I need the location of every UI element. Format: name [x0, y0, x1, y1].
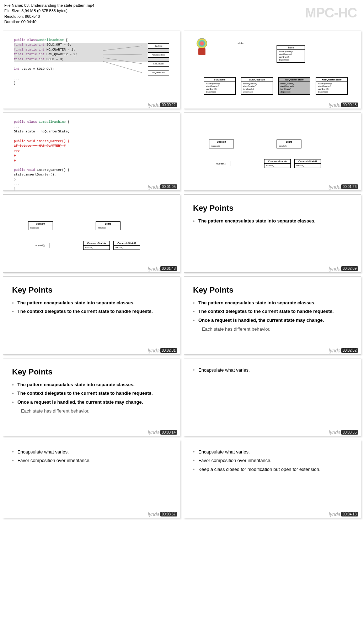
uml-child: SoldOutStateinsertQuarter()ejectQuarter(… — [241, 77, 273, 95]
point-item: Favor composition over inheritance. — [193, 458, 352, 464]
thumbnail[interactable]: public class GumballMachine { ... State … — [3, 112, 180, 191]
uml-request: request() — [211, 161, 230, 166]
thumbnail[interactable]: Contextrequest()Statehandle()request()Co… — [184, 112, 361, 191]
brand-logo: lynda — [148, 512, 160, 517]
thumbnail-grid: public classGumballMachine { final stati… — [0, 28, 364, 521]
brand-logo: lynda — [329, 102, 341, 108]
uml-child: SoldStateinsertQuarter()ejectQuarter()tu… — [204, 77, 236, 95]
brand-logo: lynda — [329, 266, 341, 272]
thumb-footer: lynda 00:01:48 — [148, 266, 177, 272]
side-label: SoldOutState — [148, 61, 169, 67]
player-watermark: MPC-HC — [305, 5, 357, 21]
key-points-slide: Encapsulate what varies.Favor compositio… — [3, 440, 180, 476]
brand-logo: lynda — [148, 348, 160, 353]
thumb-footer: lynda 00:02:09 — [329, 266, 358, 272]
thumb-footer: lynda 00:03:14 — [148, 430, 177, 435]
side-label: NoQuarterState — [148, 70, 169, 75]
slide-title: Key Points — [12, 367, 171, 377]
timestamp: 00:01:48 — [160, 266, 177, 271]
thumbnail[interactable]: Key PointsThe pattern encapsulates state… — [3, 276, 180, 355]
timestamp: 00:03:14 — [160, 430, 177, 435]
brand-logo: lynda — [329, 184, 341, 190]
state-label: state — [237, 42, 243, 45]
point-item: The pattern encapsulates state into sepa… — [193, 218, 352, 224]
brand-logo: lynda — [329, 430, 341, 435]
thumbnail[interactable]: Contextrequest()Statehandle()request()Co… — [3, 194, 180, 273]
thumb-footer: lynda 00:03:57 — [148, 512, 177, 517]
thumb-footer: lynda 00:02:52 — [329, 348, 358, 353]
key-points-slide: Key PointsThe pattern encapsulates state… — [3, 277, 180, 327]
uml-child: HasQuarterStateinsertQuarter()ejectQuart… — [316, 77, 348, 95]
timestamp: 00:03:35 — [341, 430, 358, 435]
slide-title: Key Points — [193, 285, 352, 295]
points-list: Encapsulate what varies. — [193, 367, 352, 373]
code-block: public class GumballMachine { ... State … — [3, 113, 180, 191]
thumbnail[interactable]: Encapsulate what varies.Favor compositio… — [184, 440, 361, 518]
uml-csa: ConcreteStateAhandle() — [83, 241, 110, 250]
point-item: The context delegates to the current sta… — [12, 309, 171, 315]
point-item: Favor composition over inheritance. — [12, 458, 171, 464]
side-label: HasQuarterState — [148, 52, 169, 58]
thumb-footer: lynda 00:02:31 — [148, 348, 177, 353]
file-header: File Name: 03. Understanding the state p… — [0, 0, 364, 28]
thumbnail[interactable]: stateStateinsertQuarter()ejectQuarter()t… — [184, 31, 361, 109]
uml-context: Contextrequest() — [209, 140, 234, 149]
timestamp: 00:02:09 — [341, 266, 358, 271]
key-points-slide: Encapsulate what varies. — [184, 358, 361, 385]
uml-root: StateinsertQuarter()ejectQuarter()turnCr… — [277, 45, 305, 63]
points-list: Encapsulate what varies.Favor compositio… — [193, 449, 352, 473]
brand-logo: lynda — [148, 430, 160, 435]
uml-state: Statehandle() — [96, 221, 121, 231]
point-item: The pattern encapsulates state into sepa… — [193, 300, 352, 306]
point-item: The context delegates to the current sta… — [193, 309, 352, 315]
point-item: Each state has different behavior. — [12, 408, 171, 414]
points-list: Encapsulate what varies.Favor compositio… — [12, 449, 171, 464]
brand-logo: lynda — [329, 512, 341, 517]
thumbnail[interactable]: public classGumballMachine { final stati… — [3, 31, 180, 109]
thumbnail[interactable]: Encapsulate what varies. lynda 00:03:35 — [184, 358, 361, 436]
point-item: The context delegates to the current sta… — [12, 390, 171, 397]
thumbnail[interactable]: Key PointsThe pattern encapsulates state… — [184, 276, 361, 355]
point-item: Once a request is handled, the current s… — [193, 318, 352, 324]
uml-child: NoQuarterStateinsertQuarter()ejectQuarte… — [278, 77, 310, 95]
uml-request: request() — [30, 243, 49, 248]
timestamp: 00:00:43 — [341, 103, 358, 107]
points-list: The pattern encapsulates state into sepa… — [12, 382, 171, 415]
point-item: Encapsulate what varies. — [12, 449, 171, 455]
uml-state: Statehandle() — [277, 140, 301, 149]
thumb-footer: lynda 00:01:05 — [148, 184, 177, 190]
timestamp: 00:03:57 — [160, 512, 177, 516]
thumbnail[interactable]: Key PointsThe pattern encapsulates state… — [3, 358, 180, 436]
uml-csa: ConcreteStateAhandle() — [264, 159, 291, 168]
thumbnail[interactable]: Encapsulate what varies.Favor compositio… — [3, 440, 180, 518]
brand-logo: lynda — [148, 184, 160, 190]
point-item: Encapsulate what varies. — [193, 367, 352, 373]
slide-title: Key Points — [193, 204, 352, 213]
slide-title: Key Points — [12, 285, 171, 295]
side-label: SoldState — [148, 43, 169, 49]
thumbnail[interactable]: Key PointsThe pattern encapsulates state… — [184, 194, 361, 273]
timestamp: 00:02:31 — [160, 348, 177, 353]
points-list: The pattern encapsulates state into sepa… — [193, 218, 352, 224]
thumb-footer: lynda 00:00:43 — [329, 102, 358, 108]
brand-logo: lynda — [329, 348, 341, 353]
point-item: The pattern encapsulates state into sepa… — [12, 300, 171, 306]
gumball-icon — [195, 38, 209, 56]
timestamp: 00:01:05 — [160, 184, 177, 189]
thumb-footer: lynda 00:03:35 — [329, 430, 358, 435]
uml-csb: ConcreteStateBhandle() — [294, 159, 321, 168]
thumb-footer: lynda 00:04:18 — [329, 512, 358, 517]
context-diagram: Contextrequest()Statehandle()request()Co… — [3, 195, 180, 202]
key-points-slide: Key PointsThe pattern encapsulates state… — [184, 195, 361, 236]
point-item: Once a request is handled, the current s… — [12, 399, 171, 405]
key-points-slide: Key PointsThe pattern encapsulates state… — [184, 277, 361, 345]
uml-context: Contextrequest() — [28, 221, 53, 231]
timestamp: 00:04:18 — [341, 512, 358, 516]
points-list: The pattern encapsulates state into sepa… — [193, 300, 352, 333]
point-item: Keep a class closed for modification but… — [193, 467, 352, 473]
point-item: Encapsulate what varies. — [193, 449, 352, 455]
brand-logo: lynda — [148, 102, 160, 108]
uml-csb: ConcreteStateBhandle() — [113, 241, 140, 250]
thumb-footer: lynda 00:00:22 — [148, 102, 177, 108]
points-list: The pattern encapsulates state into sepa… — [12, 300, 171, 315]
